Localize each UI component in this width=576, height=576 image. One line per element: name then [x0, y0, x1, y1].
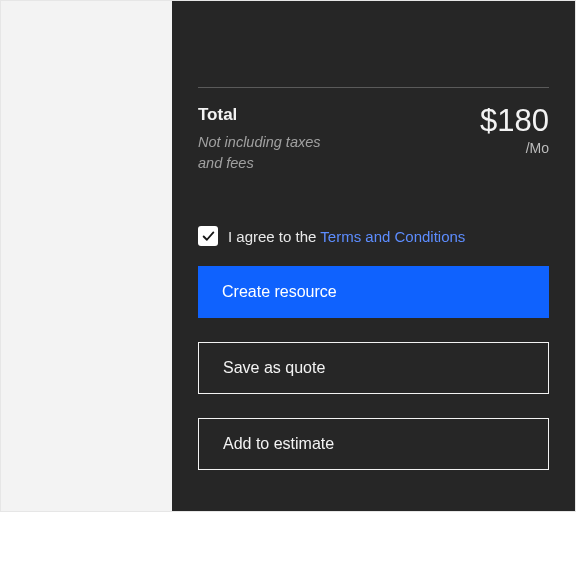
- agree-checkbox[interactable]: [198, 226, 218, 246]
- price-column: $180 /Mo: [480, 104, 549, 156]
- price-unit: /Mo: [480, 140, 549, 156]
- agree-row: I agree to the Terms and Conditions: [198, 226, 549, 246]
- price-amount: $180: [480, 104, 549, 138]
- checkmark-icon: [202, 230, 215, 243]
- total-label: Total: [198, 104, 338, 126]
- total-text-col: Total Not including taxes and fees: [198, 104, 338, 174]
- summary-panel: Total Not including taxes and fees $180 …: [172, 1, 575, 511]
- total-subtext: Not including taxes and fees: [198, 132, 338, 174]
- create-resource-button[interactable]: Create resource: [198, 266, 549, 318]
- agree-text: I agree to the Terms and Conditions: [228, 228, 465, 245]
- total-row: Total Not including taxes and fees $180 …: [198, 104, 549, 174]
- order-summary-frame: Total Not including taxes and fees $180 …: [0, 0, 576, 512]
- save-as-quote-button[interactable]: Save as quote: [198, 342, 549, 394]
- spacer: [198, 27, 549, 87]
- action-buttons: Create resource Save as quote Add to est…: [198, 266, 549, 470]
- agree-prefix: I agree to the: [228, 228, 320, 245]
- add-to-estimate-button[interactable]: Add to estimate: [198, 418, 549, 470]
- left-empty-pane: [1, 1, 172, 511]
- divider: [198, 87, 549, 88]
- terms-link[interactable]: Terms and Conditions: [320, 228, 465, 245]
